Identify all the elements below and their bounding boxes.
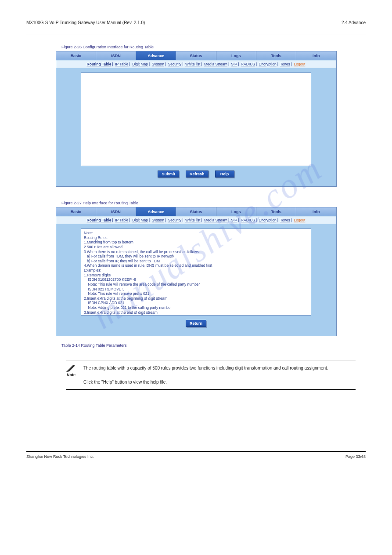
table-intro: Table 2-14 Routing Table Parameters <box>61 343 366 348</box>
help-button[interactable]: Help <box>215 170 234 178</box>
figure-caption-2: Figure 2-27 Help Interface for Routing T… <box>61 201 366 205</box>
figure-caption-1: Figure 2-26 Configuration Interface for … <box>61 45 366 49</box>
subnav-routing-table[interactable]: Routing Table <box>87 62 111 66</box>
tab-basic[interactable]: Basic <box>56 51 96 60</box>
note-icon: Note <box>66 364 81 377</box>
help-text-box[interactable]: Note: Routing Rules 1.Matching from top … <box>81 229 311 316</box>
help-action-buttons: Return <box>74 316 319 330</box>
note-body: The routing table with a capacity of 500… <box>81 364 356 386</box>
subnav-system[interactable]: System <box>152 62 164 66</box>
subnav-routing-table-2[interactable]: Routing Table <box>87 218 111 222</box>
page-footer: Shanghai New Rock Technologies Inc. Page… <box>26 451 366 459</box>
subnav-white-list[interactable]: White list <box>185 62 200 66</box>
subnav-tones[interactable]: Tones <box>280 62 290 66</box>
subnav-security[interactable]: Security <box>168 62 182 66</box>
tab-advance[interactable]: Advance <box>136 51 176 60</box>
sub-nav: Routing Table| IP Table| Digit Map| Syst… <box>56 60 336 68</box>
main-tabs: Basic ISDN Advance Status Logs Tools Inf… <box>56 51 336 60</box>
tab-status[interactable]: Status <box>176 51 216 60</box>
subnav-logout[interactable]: Logout <box>294 62 305 66</box>
footer-rule <box>26 451 366 452</box>
action-buttons: Submit Refresh Help <box>74 166 319 180</box>
routing-edit-area: Submit Refresh Help <box>56 68 336 186</box>
submit-button[interactable]: Submit <box>158 170 179 178</box>
footer-left: Shanghai New Rock Technologies Inc. <box>26 454 94 459</box>
tab-basic-2[interactable]: Basic <box>56 207 96 216</box>
sub-nav-2: Routing Table| IP Table| Digit Map| Syst… <box>56 216 336 224</box>
subnav-sip-2[interactable]: SIP <box>231 218 237 222</box>
routing-rules-textarea[interactable] <box>81 73 311 166</box>
subnav-sip[interactable]: SIP <box>231 62 237 66</box>
subnav-media-stream-2[interactable]: Media Stream <box>204 218 227 222</box>
routing-table-panel: Basic ISDN Advance Status Logs Tools Inf… <box>56 51 337 187</box>
subnav-system-2[interactable]: System <box>152 218 164 222</box>
subnav-digit-map[interactable]: Digit Map <box>132 62 148 66</box>
subnav-logout-2[interactable]: Logout <box>294 218 305 222</box>
tab-isdn[interactable]: ISDN <box>96 51 136 60</box>
subnav-white-list-2[interactable]: White list <box>185 218 200 222</box>
routing-help-panel: Basic ISDN Advance Status Logs Tools Inf… <box>56 207 337 336</box>
tab-tools[interactable]: Tools <box>256 51 296 60</box>
subnav-encryption[interactable]: Encryption <box>259 62 277 66</box>
subnav-digit-map-2[interactable]: Digit Map <box>132 218 148 222</box>
return-button[interactable]: Return <box>186 320 206 327</box>
header-left: MX100G-S VoIP Trunking Gateway User Manu… <box>26 20 145 25</box>
subnav-radius-2[interactable]: RADIUS <box>241 218 255 222</box>
subnav-ip-table[interactable]: IP Table <box>115 62 128 66</box>
header-rule <box>26 35 366 35</box>
footer-right: Page 33/68 <box>345 454 366 459</box>
tab-info[interactable]: Info <box>296 51 336 60</box>
subnav-ip-table-2[interactable]: IP Table <box>115 218 128 222</box>
subnav-media-stream[interactable]: Media Stream <box>204 62 227 66</box>
note-label: Note <box>67 373 76 377</box>
tab-advance-2[interactable]: Advance <box>136 207 176 216</box>
subnav-tones-2[interactable]: Tones <box>280 218 290 222</box>
tab-tools-2[interactable]: Tools <box>256 207 296 216</box>
page-header: MX100G-S VoIP Trunking Gateway User Manu… <box>26 20 366 25</box>
subnav-security-2[interactable]: Security <box>168 218 182 222</box>
main-tabs-2: Basic ISDN Advance Status Logs Tools Inf… <box>56 207 336 216</box>
subnav-radius[interactable]: RADIUS <box>241 62 255 66</box>
tab-isdn-2[interactable]: ISDN <box>96 207 136 216</box>
subnav-encryption-2[interactable]: Encryption <box>259 218 277 222</box>
refresh-button[interactable]: Refresh <box>186 170 209 178</box>
note-callout: Note The routing table with a capacity o… <box>66 360 356 390</box>
tab-logs[interactable]: Logs <box>216 51 256 60</box>
routing-help-area: Note: Routing Rules 1.Matching from top … <box>56 224 336 336</box>
tab-status-2[interactable]: Status <box>176 207 216 216</box>
tab-info-2[interactable]: Info <box>296 207 336 216</box>
tab-logs-2[interactable]: Logs <box>216 207 256 216</box>
header-right: 2.4 Advance <box>342 20 366 25</box>
